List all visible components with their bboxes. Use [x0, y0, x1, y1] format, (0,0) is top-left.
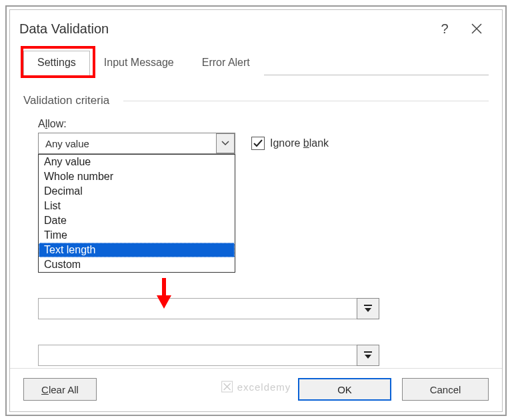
help-button[interactable]: ?	[429, 15, 461, 42]
ignore-blank-label: Ignore blank	[270, 137, 329, 149]
svg-rect-1	[364, 351, 372, 353]
option-list[interactable]: List	[39, 199, 235, 213]
tab-error-alert-label: Error Alert	[202, 57, 250, 68]
range-field-2	[38, 345, 379, 366]
option-whole-number[interactable]: Whole number	[39, 169, 235, 184]
range-input-2[interactable]	[38, 345, 357, 366]
allow-select-button[interactable]	[216, 133, 235, 153]
ok-button[interactable]: OK	[298, 378, 391, 401]
range-field-1	[38, 298, 379, 319]
ignore-blank-checkbox[interactable]	[251, 137, 265, 150]
validation-criteria-label: Validation criteria	[23, 94, 116, 107]
svg-rect-0	[364, 305, 372, 306]
tab-settings[interactable]: Settings	[23, 51, 90, 75]
allow-select[interactable]: Any value Any value Whole number Decimal…	[38, 133, 235, 154]
allow-dropdown[interactable]: Any value Whole number Decimal List Date…	[38, 154, 235, 273]
clear-all-button[interactable]: Clear All	[23, 378, 97, 401]
option-time[interactable]: Time	[39, 228, 235, 243]
close-button[interactable]	[461, 15, 493, 42]
option-text-length[interactable]: Text length	[39, 243, 235, 257]
collapse-icon	[363, 304, 373, 313]
tab-error-alert[interactable]: Error Alert	[188, 51, 264, 75]
option-any-value[interactable]: Any value	[39, 155, 235, 169]
allow-select-value: Any value	[39, 138, 216, 149]
tab-strip: Settings Input Message Error Alert	[23, 50, 489, 75]
titlebar: Data Validation ?	[10, 10, 502, 50]
option-custom[interactable]: Custom	[39, 257, 235, 272]
data-validation-dialog: Data Validation ? Settings Input Message…	[9, 9, 503, 412]
option-date[interactable]: Date	[39, 213, 235, 228]
allow-label: Allow:	[38, 118, 489, 130]
tab-input-message[interactable]: Input Message	[90, 51, 188, 75]
tab-input-message-label: Input Message	[104, 57, 174, 68]
range-input-1[interactable]	[38, 298, 357, 319]
range-ref-button-2[interactable]	[357, 345, 379, 366]
option-decimal[interactable]: Decimal	[39, 184, 235, 199]
close-icon	[471, 23, 483, 35]
checkmark-icon	[253, 138, 263, 149]
validation-criteria-group: Validation criteria Allow: Any value	[23, 85, 489, 154]
button-bar: Clear All OK Cancel	[10, 368, 502, 411]
cancel-button[interactable]: Cancel	[402, 378, 489, 401]
chevron-down-icon	[221, 141, 229, 146]
tab-settings-label: Settings	[37, 57, 76, 68]
range-ref-button-1[interactable]	[357, 298, 379, 319]
dialog-title: Data Validation	[19, 21, 109, 37]
collapse-icon	[363, 351, 373, 360]
